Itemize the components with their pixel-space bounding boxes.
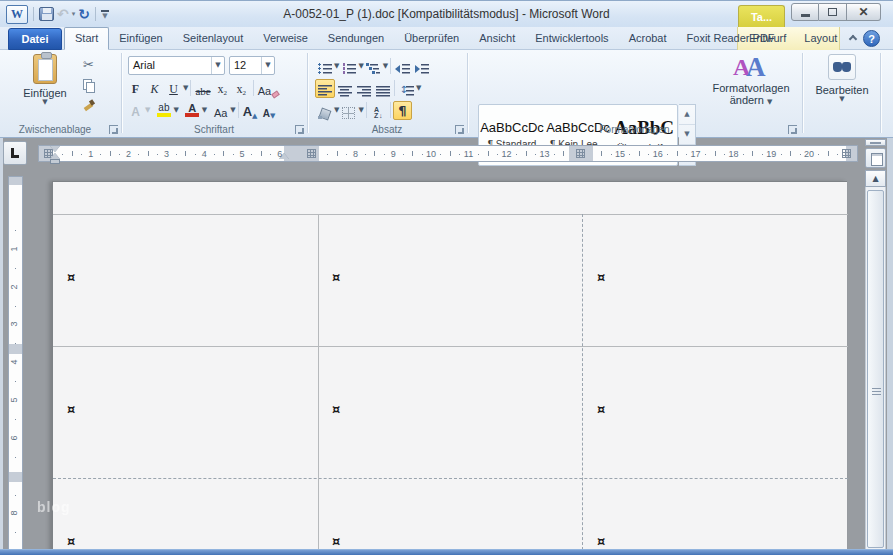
ruler-toggle-button[interactable] [865, 148, 886, 168]
tab-entwicklertools[interactable]: Entwicklertools [525, 27, 618, 50]
sort-button[interactable]: AZ ↓ [369, 101, 388, 120]
table-column-marker-icon[interactable] [842, 149, 851, 158]
scrollbar-track[interactable] [865, 187, 886, 555]
multilevel-list-button[interactable] [364, 57, 383, 76]
ruler-tick [365, 154, 366, 155]
font-color-button[interactable]: A [183, 101, 202, 120]
shading-button[interactable] [315, 101, 334, 120]
font-color-dropdown-icon[interactable]: ▼ [202, 107, 207, 113]
underline-dropdown-icon[interactable]: ▼ [183, 85, 188, 91]
tab-acrobat[interactable]: Acrobat [619, 27, 677, 50]
cut-button[interactable]: ✂ [78, 55, 99, 74]
ruler-tick [233, 154, 234, 155]
close-button[interactable]: ✕ [847, 3, 881, 21]
paste-button[interactable]: Einfügen ▼ [16, 54, 74, 105]
bullets-button[interactable] [315, 57, 334, 76]
ruler-tick [752, 151, 753, 156]
tab-seitenlayout[interactable]: Seitenlayout [173, 27, 254, 50]
justify-button[interactable] [373, 79, 392, 98]
decrease-indent-button[interactable] [393, 57, 412, 76]
borders-dropdown-icon[interactable]: ▼ [358, 107, 363, 113]
font-dialog-launcher[interactable] [295, 125, 304, 134]
binoculars-icon [833, 61, 851, 73]
change-case-dropdown-icon[interactable]: ▼ [230, 107, 235, 113]
help-button[interactable]: ? [863, 30, 880, 47]
window-controls: ✕ [791, 3, 881, 21]
gallery-scroll-up-button[interactable]: ▲ [679, 105, 695, 125]
tab-entwurf[interactable]: Entwurf [742, 27, 793, 50]
tab-ansicht[interactable]: Ansicht [469, 27, 525, 50]
ruler-tick [251, 154, 252, 155]
ruler-tick [422, 154, 423, 155]
align-center-button[interactable] [335, 79, 354, 98]
tab-start[interactable]: Start [64, 27, 109, 50]
tab--berpr-fen[interactable]: Überprüfen [394, 27, 469, 50]
scroll-up-button[interactable]: ▲ [865, 170, 886, 187]
grow-font-button[interactable]: A▲ [241, 101, 260, 120]
superscript-button[interactable]: x2 [232, 79, 251, 98]
subscript-button[interactable]: x2 [213, 79, 232, 98]
underline-button[interactable]: U [164, 79, 183, 98]
paragraph-group-label: Absatz [307, 124, 467, 135]
tab-stop-selector[interactable] [3, 141, 27, 165]
window-right-border [887, 138, 893, 555]
change-case-button[interactable]: Aa [211, 101, 230, 120]
change-styles-label-2: ändern ▼ [730, 94, 773, 106]
align-left-button[interactable] [315, 79, 335, 98]
line-spacing-dropdown-icon[interactable]: ▼ [416, 85, 421, 91]
binoculars-box [828, 54, 856, 80]
tab-einf-gen[interactable]: Einfügen [109, 27, 172, 50]
left-indent-marker[interactable] [50, 159, 60, 164]
end-of-cell-marker: ¤ [332, 402, 340, 417]
text-effects-button[interactable]: A [126, 101, 145, 120]
text-effects-dropdown-icon[interactable]: ▼ [145, 107, 150, 113]
paste-dropdown-icon: ▼ [42, 99, 47, 105]
minimize-icon [801, 14, 810, 17]
split-window-handle[interactable] [865, 139, 886, 146]
chevron-down-icon[interactable]: ▼ [211, 57, 224, 74]
first-line-indent-marker[interactable] [50, 146, 60, 152]
increase-indent-button[interactable] [412, 57, 431, 76]
tab-layout[interactable]: Layout [797, 27, 844, 50]
table-column-marker-icon[interactable] [307, 149, 316, 158]
chevron-down-icon[interactable]: ▼ [261, 57, 274, 74]
ruler-tick [62, 154, 63, 155]
copy-button[interactable] [78, 75, 99, 94]
show-formatting-marks-button[interactable]: ¶ [393, 101, 412, 120]
line-spacing-button[interactable] [397, 79, 416, 98]
multilevel-dropdown-icon[interactable]: ▼ [383, 63, 388, 69]
align-right-button[interactable] [354, 79, 373, 98]
minimize-button[interactable] [791, 3, 819, 21]
restore-button[interactable] [819, 3, 847, 21]
multilevel-list-icon [366, 63, 380, 75]
italic-button[interactable]: K [145, 79, 164, 98]
editing-button[interactable]: Bearbeiten ▼ [810, 54, 874, 102]
ruler-number: 6 [9, 435, 19, 440]
strikethrough-button[interactable]: abe [193, 79, 212, 98]
format-painter-button[interactable] [78, 95, 99, 114]
font-size-combo[interactable]: 12 ▼ [229, 56, 275, 75]
styles-dialog-launcher[interactable] [788, 125, 797, 134]
tab-datei[interactable]: Datei [8, 28, 62, 50]
table-row-gridline-dashed [53, 478, 848, 479]
bold-button[interactable]: F [126, 79, 145, 98]
ruler-number: 18 [728, 149, 738, 159]
highlight-color-button[interactable]: ab [154, 101, 173, 120]
tab-verweise[interactable]: Verweise [253, 27, 318, 50]
document-page[interactable]: blog ¤¤¤¤¤¤¤¤¤ [52, 181, 847, 555]
shrink-font-button[interactable]: A▼ [260, 101, 279, 120]
tab-sendungen[interactable]: Sendungen [318, 27, 394, 50]
clear-formatting-button[interactable]: Aa [256, 79, 281, 98]
numbering-button[interactable] [339, 57, 358, 76]
change-styles-button[interactable]: AA Formatvorlagen ändern ▼ [706, 52, 796, 106]
scrollbar-thumb[interactable] [867, 190, 884, 548]
paragraph-dialog-launcher[interactable] [455, 125, 464, 134]
font-family-combo[interactable]: Arial ▼ [128, 56, 225, 75]
collapse-ribbon-button[interactable] [847, 34, 859, 44]
highlight-dropdown-icon[interactable]: ▼ [173, 107, 178, 113]
clipboard-dialog-launcher[interactable] [109, 125, 118, 134]
tab-strip: StartEinfügenSeitenlayoutVerweiseSendung… [64, 27, 785, 50]
borders-button[interactable] [339, 101, 358, 120]
ruler-tick [261, 151, 262, 156]
table-column-marker-icon[interactable] [576, 149, 585, 158]
